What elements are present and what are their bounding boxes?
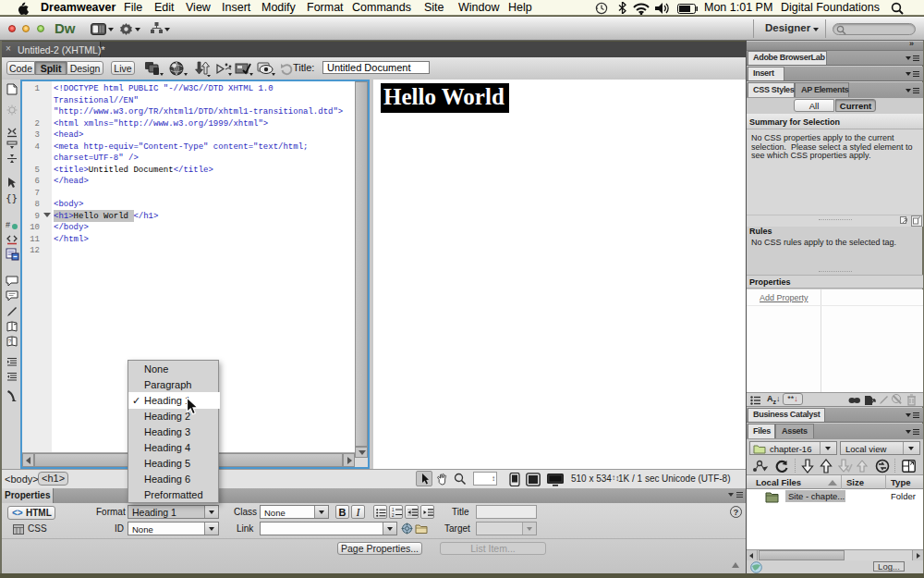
svg-text:2: 2 (392, 513, 395, 518)
svg-text:#: # (6, 220, 10, 229)
svg-text:{}: {} (6, 192, 18, 203)
svg-text:1: 1 (392, 508, 395, 512)
